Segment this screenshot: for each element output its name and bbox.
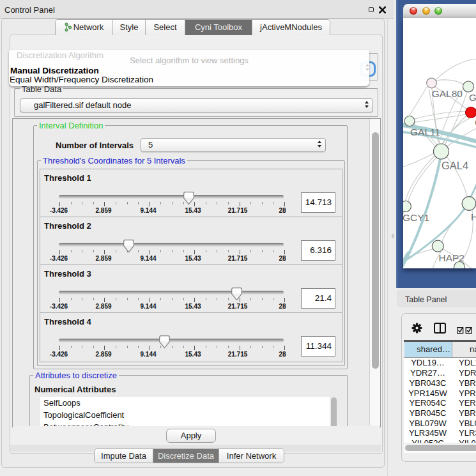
svg-text:HI: HI xyxy=(471,211,476,222)
svg-text:GAL4: GAL4 xyxy=(441,160,468,171)
svg-text:GAL80: GAL80 xyxy=(432,88,463,99)
svg-text:HAP2: HAP2 xyxy=(439,252,465,263)
svg-text:GAL11: GAL11 xyxy=(410,127,440,137)
svg-text:GCY1: GCY1 xyxy=(403,212,429,223)
svg-text:GA: GA xyxy=(469,92,476,103)
